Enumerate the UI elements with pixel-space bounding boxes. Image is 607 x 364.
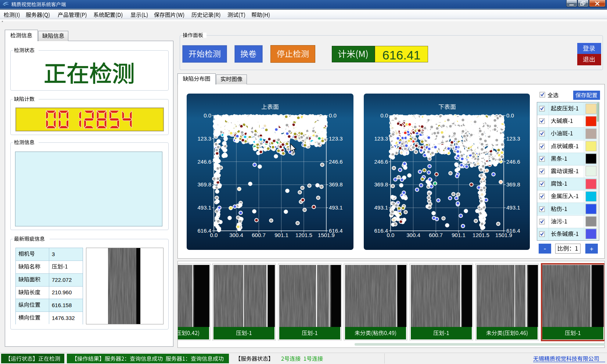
svg-text:0.0: 0.0	[506, 112, 514, 119]
svg-text:369.8: 369.8	[374, 181, 388, 188]
svg-text:616.4: 616.4	[374, 228, 388, 234]
svg-text:1201.5: 1201.5	[295, 232, 312, 238]
svg-text:493.1: 493.1	[197, 204, 211, 211]
svg-text:123.3: 123.3	[197, 135, 211, 142]
svg-text:-: -	[544, 245, 546, 252]
svg-text:600.7: 600.7	[252, 232, 266, 238]
svg-text:0.0: 0.0	[387, 232, 395, 238]
svg-text:+: +	[590, 245, 593, 252]
svg-text:246.6: 246.6	[506, 159, 520, 165]
svg-text:616.4: 616.4	[197, 228, 211, 234]
svg-text:0.0: 0.0	[329, 112, 337, 119]
svg-text:369.8: 369.8	[329, 181, 343, 188]
svg-text:1501.9: 1501.9	[495, 232, 512, 238]
svg-text:246.6: 246.6	[197, 159, 211, 165]
svg-text:600.7: 600.7	[429, 232, 443, 238]
svg-text:369.8: 369.8	[506, 181, 520, 188]
svg-text:0.0: 0.0	[210, 232, 218, 238]
svg-text:493.1: 493.1	[374, 204, 388, 211]
svg-text:0.0: 0.0	[204, 112, 211, 119]
svg-text:369.8: 369.8	[197, 181, 211, 188]
svg-text:123.3: 123.3	[506, 135, 520, 142]
svg-text:493.1: 493.1	[329, 204, 343, 211]
svg-text:493.1: 493.1	[506, 204, 520, 211]
svg-text:901.1: 901.1	[452, 232, 466, 238]
svg-text:0.0: 0.0	[380, 112, 388, 119]
svg-text:300.4: 300.4	[229, 232, 243, 238]
svg-text:123.3: 123.3	[329, 135, 343, 142]
svg-text:901.1: 901.1	[274, 232, 288, 238]
svg-text:246.6: 246.6	[329, 159, 343, 165]
svg-text:1201.5: 1201.5	[473, 232, 489, 238]
svg-text:1501.9: 1501.9	[318, 232, 335, 238]
svg-text:300.4: 300.4	[406, 232, 420, 238]
svg-text:123.3: 123.3	[374, 135, 388, 142]
svg-text:246.6: 246.6	[374, 159, 388, 165]
